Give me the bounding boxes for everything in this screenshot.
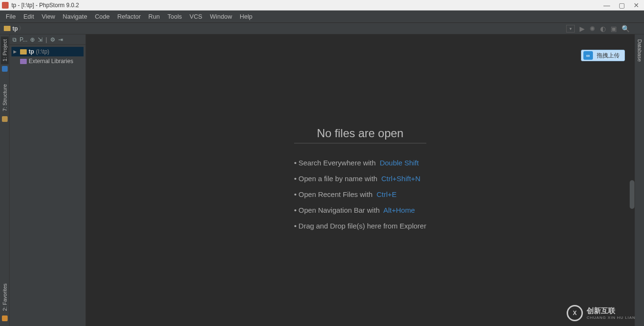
tool-tab-structure[interactable]: 7: Structure: [1, 81, 9, 114]
menu-file[interactable]: File: [2, 13, 20, 20]
divider: |: [45, 36, 47, 43]
tree-external-libraries[interactable]: External Libraries: [11, 56, 84, 66]
breadcrumb-project[interactable]: tp: [12, 25, 18, 32]
minimize-button[interactable]: ―: [603, 2, 610, 9]
tip-item: •Search Everywhere with Double Shift: [294, 155, 426, 171]
upload-label: 拖拽上传: [597, 52, 620, 60]
menu-run[interactable]: Run: [145, 13, 164, 20]
php-icon: [2, 66, 8, 72]
menu-vcs[interactable]: VCS: [186, 13, 206, 20]
left-tool-stripe: 1: Project 7: Structure 2: Favorites: [0, 34, 10, 326]
hide-icon[interactable]: ⇥: [58, 36, 63, 43]
tip-item: •Open Navigation Bar with Alt+Home: [294, 202, 426, 218]
project-dropdown[interactable]: P...: [20, 36, 27, 43]
empty-heading: No files are open: [294, 127, 426, 143]
tool-tab-favorites[interactable]: 2: Favorites: [1, 281, 9, 314]
menu-tools[interactable]: Tools: [164, 13, 186, 20]
structure-icon: [2, 116, 8, 122]
scroll-from-source-icon[interactable]: ⊕: [30, 36, 35, 43]
menu-help[interactable]: Help: [236, 13, 256, 20]
menu-window[interactable]: Window: [206, 13, 236, 20]
gear-icon[interactable]: ⚙: [50, 36, 55, 43]
watermark: X 创新互联 CHUANG XIN HU LIAN: [567, 305, 635, 321]
run-button[interactable]: ▶: [580, 25, 585, 33]
tip-item: •Open a file by name with Ctrl+Shift+N: [294, 171, 426, 186]
menu-code[interactable]: Code: [91, 13, 114, 20]
window-titlebar: tp - [I:\tp] - PhpStorm 9.0.2 ― ▢ ✕: [0, 0, 644, 11]
maximize-button[interactable]: ▢: [619, 2, 625, 9]
window-title: tp - [I:\tp] - PhpStorm 9.0.2: [11, 2, 603, 9]
folder-icon: [4, 26, 11, 31]
tree-root-name: tp: [29, 48, 34, 55]
coverage-button[interactable]: ◐: [600, 25, 606, 33]
expand-arrow-icon[interactable]: ▶: [13, 49, 18, 54]
empty-state: No files are open •Search Everywhere wit…: [294, 127, 426, 234]
editor-area[interactable]: No files are open •Search Everywhere wit…: [86, 34, 634, 326]
star-icon: [2, 315, 8, 321]
tip-item: •Open Recent Files with Ctrl+E: [294, 186, 426, 202]
cloud-icon: ∞: [583, 51, 593, 60]
tree-root[interactable]: ▶ tp (I:\tp): [11, 47, 84, 56]
app-icon: [2, 2, 9, 9]
menu-view[interactable]: View: [38, 13, 59, 20]
run-config-dropdown[interactable]: ▾: [566, 25, 575, 33]
collapse-all-icon[interactable]: ⇲: [38, 36, 42, 43]
editor-scrollbar[interactable]: [630, 180, 634, 209]
watermark-sub: CHUANG XIN HU LIAN: [587, 315, 635, 320]
project-tool-window: ⧉ P... ⊕ ⇲ | ⚙ ⇥ ▶ tp (I:\tp) External L…: [10, 34, 86, 326]
tree-root-path: (I:\tp): [36, 48, 49, 55]
stop-button[interactable]: ▣: [611, 25, 617, 33]
folder-icon: [20, 49, 27, 54]
chevron-right-icon: 〉: [19, 24, 24, 33]
tool-tab-project[interactable]: 1: Project: [1, 36, 9, 64]
tips-list: •Search Everywhere with Double Shift •Op…: [294, 155, 426, 234]
debug-button[interactable]: ✺: [590, 25, 595, 33]
close-button[interactable]: ✕: [633, 2, 639, 9]
watermark-brand: 创新互联: [587, 306, 635, 315]
right-tool-stripe: Database: [634, 34, 644, 326]
menu-refactor[interactable]: Refactor: [114, 13, 145, 20]
menu-edit[interactable]: Edit: [20, 13, 38, 20]
menu-navigate[interactable]: Navigate: [59, 13, 91, 20]
project-view-icon[interactable]: ⧉: [12, 36, 17, 43]
tip-item: •Drag and Drop file(s) here from Explore…: [294, 218, 426, 234]
main-menu: File Edit View Navigate Code Refactor Ru…: [0, 11, 644, 23]
project-tree: ▶ tp (I:\tp) External Libraries: [10, 45, 85, 68]
project-toolbar: ⧉ P... ⊕ ⇲ | ⚙ ⇥: [10, 34, 85, 45]
tree-lib-label: External Libraries: [29, 58, 73, 65]
tool-tab-database[interactable]: Database: [636, 36, 644, 65]
navigation-bar: tp 〉 ▾ ▶ ✺ ◐ ▣ 🔍: [0, 23, 644, 34]
library-icon: [20, 59, 27, 64]
watermark-logo: X: [567, 305, 583, 321]
search-icon[interactable]: 🔍: [622, 25, 630, 33]
upload-overlay[interactable]: ∞ 拖拽上传: [581, 50, 625, 61]
